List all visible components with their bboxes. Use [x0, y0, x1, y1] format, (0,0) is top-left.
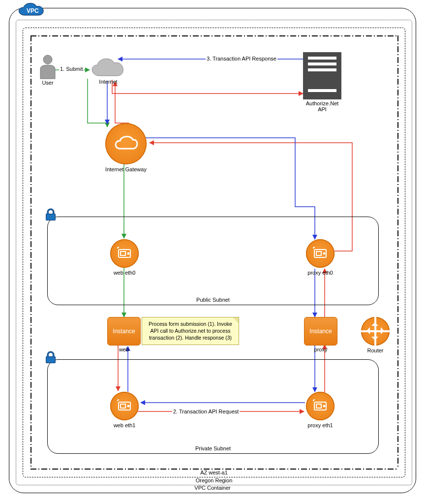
- proxy-instance-box-text: Instance: [309, 328, 332, 335]
- internet-label: Internet: [79, 79, 138, 85]
- inner-frame-right: [397, 35, 398, 469]
- svg-rect-2: [121, 252, 125, 255]
- user-label: User: [18, 80, 77, 86]
- inner-frame-top: [30, 35, 397, 36]
- az-label: AZ west-a1: [23, 470, 405, 475]
- proxy-eth1-label: proxy eth1: [291, 422, 350, 428]
- authorize-net-label: Authorize.Net API: [293, 100, 352, 112]
- vpc-badge-text: VPC: [27, 7, 39, 14]
- internet-gateway-label: Internet Gateway: [96, 166, 155, 172]
- authorize-net-server-icon: [303, 52, 341, 99]
- edge-label-submit: 1. Submit: [59, 66, 84, 72]
- proxy-eth1-icon: [306, 392, 335, 420]
- proxy-instance-icon: Instance: [304, 317, 337, 346]
- router-icon: [361, 317, 390, 346]
- web-eth0-label: web eth0: [95, 270, 154, 276]
- vpc-container-label: VPC Container: [9, 485, 416, 491]
- process-note: Process form submission (1). Invoke API …: [142, 317, 239, 345]
- svg-point-0: [43, 55, 52, 64]
- router-label: Router: [346, 347, 405, 353]
- inner-frame-bottom: [30, 469, 397, 470]
- svg-point-9: [128, 406, 129, 407]
- svg-rect-11: [316, 404, 321, 408]
- edge-label-api-response: 3. Transaction API Response: [206, 56, 277, 62]
- lock-icon: [44, 351, 58, 365]
- proxy-eth0-label: proxy eth0: [291, 270, 350, 276]
- private-subnet-label: Private Subnet: [48, 445, 378, 451]
- inner-frame-left: [30, 35, 31, 469]
- svg-rect-5: [316, 252, 321, 255]
- web-instance-label: web: [94, 346, 153, 352]
- svg-point-12: [324, 406, 325, 407]
- user-icon: [38, 54, 57, 81]
- internet-gateway-icon: [105, 123, 147, 164]
- internet-cloud-icon: [89, 54, 128, 82]
- proxy-eth0-icon: [306, 239, 335, 268]
- web-eth1-icon: [110, 392, 139, 420]
- svg-point-6: [324, 253, 325, 254]
- web-instance-box-text: Instance: [113, 328, 135, 335]
- region-label: Oregon Region: [16, 477, 412, 483]
- svg-point-3: [128, 253, 129, 254]
- web-instance-icon: Instance: [107, 317, 141, 346]
- diagram-canvas: VPC Container Oregon Region AZ west-a1 V…: [0, 0, 426, 504]
- web-eth1-label: web eth1: [95, 422, 154, 428]
- web-eth0-icon: [110, 239, 139, 268]
- svg-rect-8: [121, 404, 125, 408]
- proxy-instance-label: proxy: [291, 346, 350, 352]
- lock-icon: [44, 208, 58, 222]
- vpc-badge: VPC: [15, 0, 48, 21]
- public-subnet-label: Public Subnet: [48, 297, 378, 303]
